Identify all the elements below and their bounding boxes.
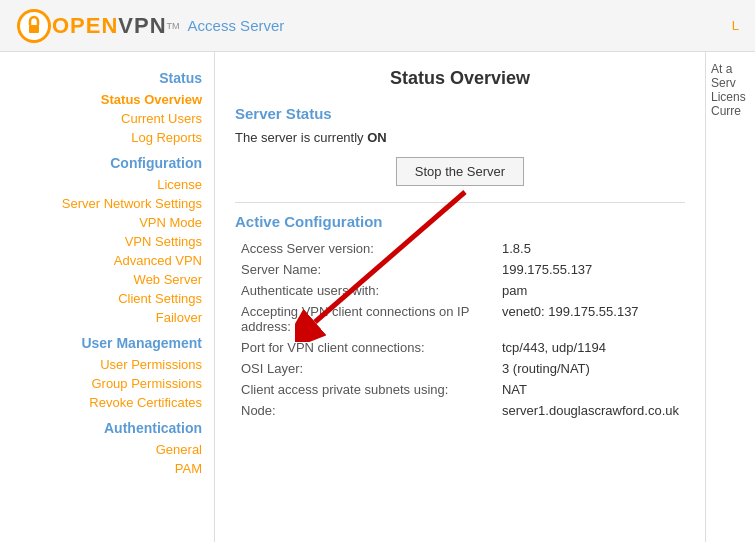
access-server-label: Access Server xyxy=(188,17,285,34)
config-label-4: Port for VPN client connections: xyxy=(235,337,496,358)
sidebar-link-advanced-vpn[interactable]: Advanced VPN xyxy=(114,253,202,268)
config-value-5: 3 (routing/NAT) xyxy=(496,358,685,379)
config-row-7: Node:server1.douglascrawford.co.uk xyxy=(235,400,685,421)
logo: OPEN VPN TM Access Server xyxy=(16,8,284,44)
active-config-title: Active Configuration xyxy=(235,213,685,230)
sidebar-item-vpn-settings[interactable]: VPN Settings xyxy=(0,232,214,251)
sidebar-link-user-permissions[interactable]: User Permissions xyxy=(100,357,202,372)
config-row-0: Access Server version:1.8.5 xyxy=(235,238,685,259)
config-value-1: 199.175.55.137 xyxy=(496,259,685,280)
sidebar-item-pam[interactable]: PAM xyxy=(0,459,214,478)
sidebar-link-group-permissions[interactable]: Group Permissions xyxy=(91,376,202,391)
svg-rect-2 xyxy=(29,25,39,33)
sidebar-link-status-overview[interactable]: Status Overview xyxy=(101,92,202,107)
right-panel-line1: At a xyxy=(711,62,750,76)
sidebar-section-user-management: User Management xyxy=(0,327,214,355)
sidebar-link-license[interactable]: License xyxy=(157,177,202,192)
right-panel-line3: Licens xyxy=(711,90,750,104)
sidebar-item-license[interactable]: License xyxy=(0,175,214,194)
config-table: Access Server version:1.8.5Server Name:1… xyxy=(235,238,685,421)
section-divider xyxy=(235,202,685,203)
sidebar-link-pam[interactable]: PAM xyxy=(175,461,202,476)
config-value-2: pam xyxy=(496,280,685,301)
sidebar-item-revoke-certificates[interactable]: Revoke Certificates xyxy=(0,393,214,412)
config-label-3: Accepting VPN client connections on IP a… xyxy=(235,301,496,337)
header-right: L xyxy=(732,18,739,33)
main-layout: StatusStatus OverviewCurrent UsersLog Re… xyxy=(0,52,755,542)
sidebar-link-vpn-mode[interactable]: VPN Mode xyxy=(139,215,202,230)
sidebar-link-log-reports[interactable]: Log Reports xyxy=(131,130,202,145)
config-row-1: Server Name:199.175.55.137 xyxy=(235,259,685,280)
sidebar-section-configuration: Configuration xyxy=(0,147,214,175)
config-label-1: Server Name: xyxy=(235,259,496,280)
config-row-6: Client access private subnets using:NAT xyxy=(235,379,685,400)
sidebar-item-current-users[interactable]: Current Users xyxy=(0,109,214,128)
sidebar-item-user-permissions[interactable]: User Permissions xyxy=(0,355,214,374)
sidebar-section-status: Status xyxy=(0,62,214,90)
sidebar: StatusStatus OverviewCurrent UsersLog Re… xyxy=(0,52,215,542)
config-row-3: Accepting VPN client connections on IP a… xyxy=(235,301,685,337)
config-value-7: server1.douglascrawford.co.uk xyxy=(496,400,685,421)
right-panel: At a Serv Licens Curre xyxy=(705,52,755,542)
sidebar-link-client-settings[interactable]: Client Settings xyxy=(118,291,202,306)
config-value-6: NAT xyxy=(496,379,685,400)
sidebar-link-general[interactable]: General xyxy=(156,442,202,457)
sidebar-link-server-network-settings[interactable]: Server Network Settings xyxy=(62,196,202,211)
right-panel-line4: Curre xyxy=(711,104,750,118)
page-title: Status Overview xyxy=(235,68,685,89)
config-row-4: Port for VPN client connections:tcp/443,… xyxy=(235,337,685,358)
logo-open: OPEN xyxy=(52,13,118,39)
logo-vpn: VPN xyxy=(118,13,166,39)
config-row-5: OSI Layer:3 (routing/NAT) xyxy=(235,358,685,379)
content-area: Status Overview Server Status The server… xyxy=(215,52,705,542)
config-value-0: 1.8.5 xyxy=(496,238,685,259)
sidebar-item-web-server[interactable]: Web Server xyxy=(0,270,214,289)
config-value-4: tcp/443, udp/1194 xyxy=(496,337,685,358)
sidebar-item-client-settings[interactable]: Client Settings xyxy=(0,289,214,308)
sidebar-item-vpn-mode[interactable]: VPN Mode xyxy=(0,213,214,232)
server-status-on: ON xyxy=(367,130,387,145)
server-status-section-title: Server Status xyxy=(235,105,685,122)
sidebar-link-web-server[interactable]: Web Server xyxy=(134,272,202,287)
logo-tm: TM xyxy=(167,21,180,31)
config-label-2: Authenticate users with: xyxy=(235,280,496,301)
stop-server-button[interactable]: Stop the Server xyxy=(396,157,524,186)
sidebar-link-failover[interactable]: Failover xyxy=(156,310,202,325)
sidebar-section-authentication: Authentication xyxy=(0,412,214,440)
config-row-2: Authenticate users with:pam xyxy=(235,280,685,301)
sidebar-link-vpn-settings[interactable]: VPN Settings xyxy=(125,234,202,249)
sidebar-link-current-users[interactable]: Current Users xyxy=(121,111,202,126)
server-status-text: The server is currently ON xyxy=(235,130,685,145)
sidebar-item-group-permissions[interactable]: Group Permissions xyxy=(0,374,214,393)
config-label-5: OSI Layer: xyxy=(235,358,496,379)
sidebar-item-log-reports[interactable]: Log Reports xyxy=(0,128,214,147)
config-label-0: Access Server version: xyxy=(235,238,496,259)
config-label-6: Client access private subnets using: xyxy=(235,379,496,400)
right-panel-line2: Serv xyxy=(711,76,750,90)
sidebar-item-server-network-settings[interactable]: Server Network Settings xyxy=(0,194,214,213)
sidebar-item-advanced-vpn[interactable]: Advanced VPN xyxy=(0,251,214,270)
config-label-7: Node: xyxy=(235,400,496,421)
sidebar-item-failover[interactable]: Failover xyxy=(0,308,214,327)
config-value-3: venet0: 199.175.55.137 xyxy=(496,301,685,337)
sidebar-item-status-overview[interactable]: Status Overview xyxy=(0,90,214,109)
server-status-label: The server is currently xyxy=(235,130,367,145)
sidebar-link-revoke-certificates[interactable]: Revoke Certificates xyxy=(89,395,202,410)
header: OPEN VPN TM Access Server L xyxy=(0,0,755,52)
logo-icon xyxy=(16,8,52,44)
sidebar-item-general[interactable]: General xyxy=(0,440,214,459)
